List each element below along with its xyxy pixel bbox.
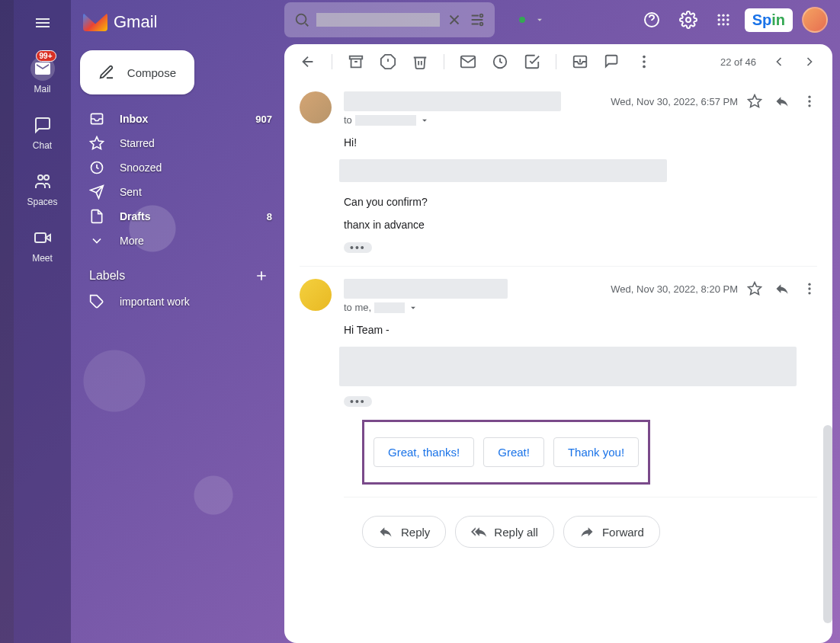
smart-reply-button[interactable]: Great, thanks! [374,437,474,467]
delete-icon[interactable] [412,53,428,70]
svg-point-10 [686,18,691,22]
search-box[interactable] [284,2,495,37]
message-date: Wed, Nov 30, 2022, 8:20 PM [611,283,738,295]
svg-point-28 [643,60,646,63]
message-item: Wed, Nov 30, 2022, 8:20 PM to me, [300,266,817,560]
svg-point-8 [480,23,483,26]
gmail-logo[interactable]: Gmail [71,6,284,44]
sender-avatar[interactable] [300,91,332,123]
sidebar: Gmail Compose Inbox 907 Starred Snoozed … [71,0,284,643]
newer-icon[interactable] [802,54,817,69]
svg-marker-34 [749,283,761,295]
more-icon[interactable] [636,53,652,70]
clear-icon[interactable] [446,11,463,28]
svg-point-13 [726,14,729,17]
svg-point-31 [808,96,810,98]
labels-header: Labels [71,253,284,290]
svg-point-11 [717,14,720,17]
apps-icon[interactable] [711,8,736,32]
svg-point-19 [726,23,729,25]
scrollbar[interactable] [823,425,832,623]
svg-point-6 [297,14,306,24]
redacted-recipient [355,115,416,126]
svg-point-12 [722,14,724,17]
nav-sent[interactable]: Sent [71,180,284,204]
svg-marker-4 [91,137,104,149]
spam-icon[interactable] [380,53,396,70]
older-icon[interactable] [771,54,787,69]
show-trimmed-icon[interactable]: ••• [344,242,372,253]
archive-icon[interactable] [348,53,364,70]
show-details-icon[interactable] [419,115,430,126]
header: Spin [284,0,840,40]
mail-badge: 99+ [36,50,56,62]
add-task-icon[interactable] [524,53,540,70]
smart-reply-button[interactable]: Thank you! [553,437,639,467]
svg-rect-20 [350,56,363,59]
search-icon [293,11,310,28]
label-icon[interactable] [604,53,620,70]
rail-spaces[interactable]: Spaces [27,169,57,207]
compose-button[interactable]: Compose [80,50,194,94]
reply-button[interactable]: Reply [362,516,446,548]
more-icon[interactable] [802,94,817,109]
sender-avatar[interactable] [300,279,332,311]
svg-marker-30 [749,95,761,107]
message-body: Hi Team - ••• [344,324,817,408]
rail-meet[interactable]: Meet [30,226,55,264]
svg-point-1 [44,175,49,180]
svg-point-17 [717,23,720,25]
nav-drafts[interactable]: Drafts 8 [71,204,284,229]
menu-icon[interactable] [27,8,58,38]
move-to-icon[interactable] [572,53,588,70]
nav-snoozed[interactable]: Snoozed [71,155,284,180]
nav-starred[interactable]: Starred [71,131,284,155]
add-label-icon[interactable] [254,268,269,283]
star-icon[interactable] [747,94,762,109]
rail-mail[interactable]: 99+ Mail [30,56,55,94]
status-dropdown-icon[interactable] [534,14,545,25]
reply-all-button[interactable]: Reply all [455,516,554,548]
svg-point-33 [808,104,810,107]
smart-reply-button[interactable]: Great! [483,437,544,467]
label-important-work[interactable]: important work [71,290,284,314]
smart-reply-row: Great, thanks! Great! Thank you! [362,420,650,485]
redacted-sender [344,91,561,111]
status-dot [519,17,525,23]
forward-button[interactable]: Forward [563,516,660,548]
nav-inbox[interactable]: Inbox 907 [71,107,284,131]
show-trimmed-icon[interactable]: ••• [344,396,372,407]
svg-point-16 [726,18,729,21]
message-toolbar: 22 of 46 [284,44,832,79]
svg-point-15 [722,18,724,21]
svg-point-14 [717,18,720,21]
show-details-icon[interactable] [408,302,418,313]
back-icon[interactable] [300,53,316,70]
nav-rail: 99+ Mail Chat Spaces Meet [14,0,71,643]
reply-icon[interactable] [774,94,790,109]
star-icon[interactable] [747,281,762,296]
reply-icon[interactable] [774,281,790,296]
svg-rect-2 [35,233,46,242]
rail-label: Spaces [27,197,57,207]
help-icon[interactable] [638,6,665,34]
filter-icon[interactable] [469,11,486,28]
account-avatar[interactable] [802,7,828,33]
rail-label: Mail [34,84,50,94]
settings-icon[interactable] [675,6,702,34]
redacted-sender [344,279,508,299]
svg-point-18 [722,23,724,25]
mark-unread-icon[interactable] [460,53,476,70]
rail-chat[interactable]: Chat [30,113,55,151]
message-pane: 22 of 46 Wed, Nov 30, 2022, 6:57 PM [284,44,832,643]
svg-point-29 [643,66,646,69]
svg-point-35 [808,283,810,286]
snooze-icon[interactable] [492,53,508,70]
message-position: 22 of 46 [720,56,756,68]
svg-point-32 [808,100,810,102]
svg-point-36 [808,287,810,290]
nav-more[interactable]: More [71,229,284,253]
spin-badge[interactable]: Spin [745,8,793,32]
more-icon[interactable] [802,281,817,296]
message-item: Wed, Nov 30, 2022, 6:57 PM to [300,79,817,266]
